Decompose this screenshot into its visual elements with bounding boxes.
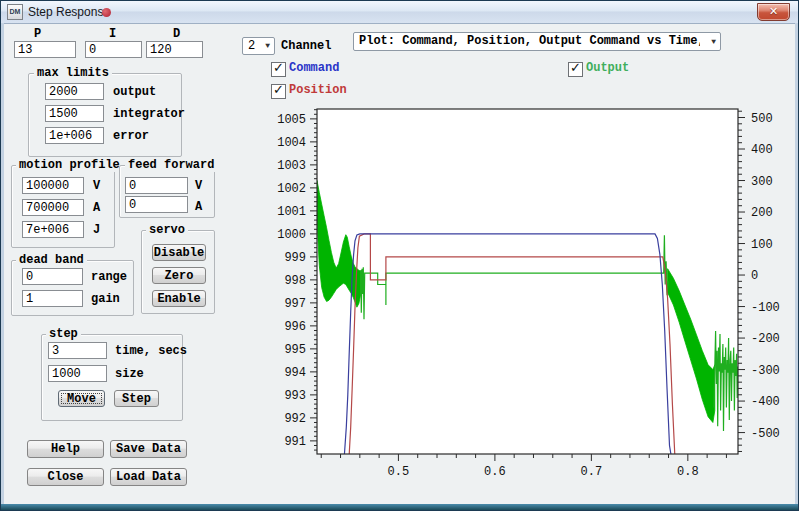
velocity-field[interactable] (22, 177, 84, 194)
step-time-label: time, secs (115, 344, 187, 358)
enable-button[interactable]: Enable (152, 290, 206, 307)
zero-button[interactable]: Zero (152, 267, 206, 284)
svg-text:995: 995 (284, 343, 306, 357)
max-error-label: error (113, 129, 149, 143)
svg-text:996: 996 (284, 320, 306, 334)
svg-text:991: 991 (284, 435, 306, 449)
svg-text:992: 992 (284, 412, 306, 426)
feed-forward-title: feed forward (125, 158, 217, 172)
output-checkbox[interactable] (568, 62, 583, 77)
svg-text:0.7: 0.7 (581, 465, 603, 479)
ff-velocity-label: V (195, 179, 202, 193)
svg-text:1000: 1000 (277, 228, 306, 242)
chevron-down-icon: ▼ (265, 41, 270, 50)
step-button[interactable]: Step (114, 390, 159, 407)
load-data-button[interactable]: Load Data (110, 468, 187, 486)
accel-field[interactable] (22, 199, 84, 216)
plot-select-value: Plot: Command, Position, Output Command … (359, 34, 700, 48)
channel-value: 2 (248, 39, 255, 53)
svg-text:0.6: 0.6 (484, 465, 506, 479)
position-checkbox-label: Position (289, 83, 347, 97)
velocity-label: V (93, 179, 100, 193)
plot-select[interactable]: Plot: Command, Position, Output Command … (353, 32, 721, 51)
jerk-field[interactable] (22, 221, 84, 238)
dead-band-title: dead band (16, 253, 87, 267)
step-response-window: DM Step Response P I D 2 ▼ Channel Plot:… (0, 0, 799, 511)
accel-label: A (93, 201, 100, 215)
max-integrator-field[interactable] (45, 105, 104, 122)
help-button[interactable]: Help (27, 440, 104, 458)
title-bar[interactable]: DM Step Response (1, 1, 798, 24)
ff-accel-label: A (195, 200, 202, 214)
window-border-left (1, 23, 4, 504)
step-response-plot: 9919929939949959969979989991000100110021… (271, 101, 793, 486)
step-title: step (46, 327, 81, 341)
i-label: I (109, 27, 116, 41)
gain-field[interactable] (22, 290, 83, 307)
max-limits-title: max limits (34, 66, 112, 80)
svg-text:-500: -500 (751, 427, 780, 441)
svg-text:1003: 1003 (277, 159, 306, 173)
svg-text:-300: -300 (751, 364, 780, 378)
svg-text:400: 400 (751, 143, 773, 157)
svg-text:200: 200 (751, 206, 773, 220)
svg-text:0: 0 (751, 269, 758, 283)
jerk-label: J (93, 223, 100, 237)
command-checkbox[interactable] (271, 62, 286, 77)
range-label: range (91, 270, 127, 284)
svg-text:0.5: 0.5 (388, 465, 410, 479)
svg-text:-200: -200 (751, 332, 780, 346)
svg-text:-100: -100 (751, 301, 780, 315)
svg-text:100: 100 (751, 238, 773, 252)
ff-velocity-field[interactable] (125, 177, 188, 194)
save-data-button[interactable]: Save Data (110, 440, 187, 458)
motion-profile-title: motion profile (16, 158, 123, 172)
window-border-right (795, 23, 798, 504)
svg-text:500: 500 (751, 112, 773, 126)
svg-text:1002: 1002 (277, 182, 306, 196)
channel-select[interactable]: 2 ▼ (242, 37, 275, 55)
svg-text:300: 300 (751, 175, 773, 189)
window-title: Step Response (28, 5, 110, 19)
command-checkbox-label: Command (289, 61, 339, 75)
svg-text:-400: -400 (751, 395, 780, 409)
channel-label: Channel (281, 39, 331, 53)
max-output-label: output (113, 85, 156, 99)
move-button[interactable]: Move (58, 390, 105, 407)
svg-text:1001: 1001 (277, 205, 306, 219)
svg-text:994: 994 (284, 366, 306, 380)
window-border-bottom (1, 504, 798, 510)
position-checkbox[interactable] (271, 84, 286, 99)
i-field[interactable] (85, 41, 142, 58)
p-field[interactable] (14, 41, 76, 58)
step-size-label: size (115, 367, 144, 381)
step-time-field[interactable] (48, 342, 107, 359)
servo-title: servo (146, 223, 188, 237)
app-icon: DM (7, 4, 23, 20)
close-button[interactable]: Close (27, 468, 104, 486)
svg-text:0.8: 0.8 (677, 465, 699, 479)
ff-accel-field[interactable] (125, 196, 188, 213)
step-size-field[interactable] (48, 365, 107, 382)
disable-button[interactable]: Disable (152, 244, 206, 261)
red-dot-marker (102, 8, 111, 17)
output-checkbox-label: Output (586, 61, 629, 75)
d-label: D (173, 27, 180, 41)
svg-text:993: 993 (284, 389, 306, 403)
p-label: P (34, 27, 41, 41)
gain-label: gain (91, 292, 120, 306)
max-output-field[interactable] (45, 83, 104, 100)
svg-text:1004: 1004 (277, 136, 306, 150)
range-field[interactable] (22, 268, 83, 285)
svg-text:999: 999 (284, 251, 306, 265)
d-field[interactable] (146, 41, 203, 58)
chevron-down-icon: ▼ (711, 37, 716, 46)
svg-text:997: 997 (284, 297, 306, 311)
max-integrator-label: integrator (113, 107, 185, 121)
close-icon[interactable] (757, 3, 790, 21)
max-error-field[interactable] (45, 127, 104, 144)
svg-text:1005: 1005 (277, 113, 306, 127)
svg-text:998: 998 (284, 274, 306, 288)
